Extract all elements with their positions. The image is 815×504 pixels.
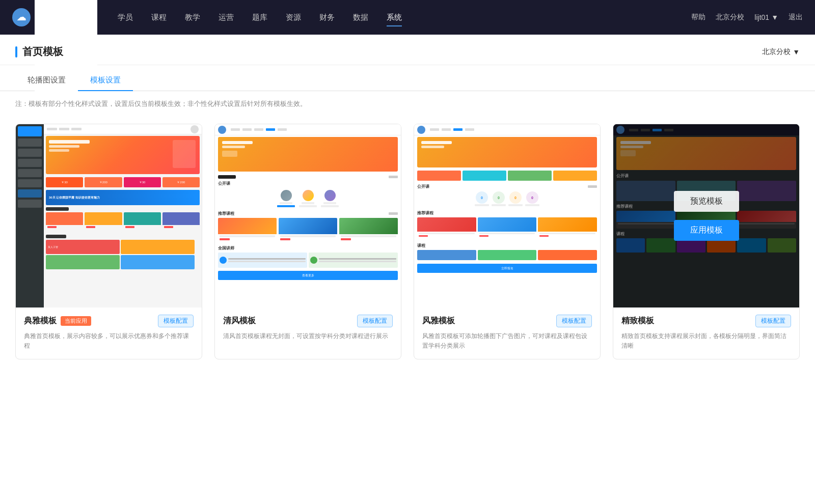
branch-selector[interactable]: 北京分校 ▼ [762, 47, 800, 57]
nav-system[interactable]: 系统 [387, 11, 402, 24]
tab-template[interactable]: 模板设置 [78, 70, 133, 91]
template-desc-3: 风雅首页模板可添加轮播图下广告图片，可对课程及课程包设置学科分类展示 [422, 331, 592, 351]
template-name-4: 精致模板 [621, 316, 654, 326]
nav-operations[interactable]: 运营 [219, 11, 234, 24]
nav-data[interactable]: 数据 [353, 11, 368, 24]
template-info-3: 风雅模板 模板配置 风雅首页模板可添加轮播图下广告图片，可对课程及课程包设置学科… [414, 307, 600, 359]
nav-logout[interactable]: 退出 [789, 13, 803, 22]
main-content: 首页模板 北京分校 ▼ 轮播图设置 模板设置 注：模板有部分个性化样式设置，设置… [0, 35, 815, 504]
config-button-1[interactable]: 模板配置 [158, 315, 194, 327]
template-info-2: 清风模板 模板配置 清风首页模板课程无封面，可设置按学科分类对课程进行展示 [215, 307, 401, 349]
page-header: 首页模板 北京分校 ▼ [0, 35, 815, 65]
title-accent-bar [15, 46, 17, 58]
config-button-4[interactable]: 模板配置 [755, 315, 791, 327]
config-button-3[interactable]: 模板配置 [556, 315, 592, 327]
nav-user[interactable]: lijt01 ▼ [754, 13, 778, 21]
template-info-4: 精致模板 模板配置 精致首页模板支持课程展示封面，各模板分隔明显，界面简洁清晰 [613, 307, 799, 359]
template-preview-3[interactable]: 公开课 0 [414, 124, 600, 307]
template-preview-2[interactable]: 公开课 [215, 124, 401, 307]
template-name-row-4: 精致模板 模板配置 [621, 315, 791, 327]
page-title: 首页模板 [22, 45, 63, 59]
template-info-1: 典雅模板 当前应用 模板配置 典雅首页模板，展示内容较多，可以展示优惠券和多个推… [16, 307, 202, 359]
template-name-row-2: 清风模板 模板配置 [223, 315, 393, 327]
nav-branch[interactable]: 北京分校 [716, 13, 744, 22]
template-preview-1[interactable]: ￥30 ￥200 ￥30 [16, 124, 202, 307]
note-text: 注：模板有部分个性化样式设置，设置后仅当前模板生效；非个性化样式设置后针对所有模… [15, 100, 307, 107]
template-desc-2: 清风首页模板课程无封面，可设置按学科分类对课程进行展示 [223, 331, 393, 341]
tab-carousel[interactable]: 轮播图设置 [15, 70, 78, 91]
nav-finance[interactable]: 财务 [319, 11, 335, 24]
nav-menu: 学员 课程 教学 运营 题库 资源 财务 数据 系统 [118, 11, 692, 24]
templates-grid: ￥30 ￥200 ￥30 [0, 114, 815, 380]
navbar: ☁ 云朵课堂 教育机构一站 式服务云平台 学员 课程 教学 运营 题库 资源 财… [0, 0, 815, 35]
template-card-2: 公开课 [214, 124, 401, 359]
page-title-wrap: 首页模板 [15, 45, 63, 59]
sim-sidebar [16, 124, 44, 307]
nav-right: 帮助 北京分校 lijt01 ▼ 退出 [691, 13, 803, 22]
nav-teaching[interactable]: 教学 [185, 11, 200, 24]
template-desc-1: 典雅首页模板，展示内容较多，可以展示优惠券和多个推荐课程 [24, 331, 194, 351]
template-card-1: ￥30 ￥200 ￥30 [15, 124, 202, 359]
note-bar: 注：模板有部分个性化样式设置，设置后仅当前模板生效；非个性化样式设置后针对所有模… [0, 91, 815, 114]
template-preview-4[interactable]: 公开课 推荐课程 [613, 124, 799, 307]
logo-icon: ☁ [12, 8, 31, 26]
template-name-row-3: 风雅模板 模板配置 [422, 315, 592, 327]
nav-help[interactable]: 帮助 [691, 13, 705, 22]
template-card-4: 公开课 推荐课程 [613, 124, 800, 359]
nav-courses[interactable]: 课程 [151, 11, 167, 24]
chevron-down-icon: ▼ [793, 48, 800, 56]
template-desc-4: 精致首页模板支持课程展示封面，各模板分隔明显，界面简洁清晰 [621, 331, 791, 351]
chevron-down-icon: ▼ [771, 13, 778, 21]
current-badge-1: 当前应用 [61, 316, 91, 326]
preview-template-button-4[interactable]: 预览模板 [674, 191, 739, 212]
template-name-2: 清风模板 [223, 316, 256, 326]
branch-name: 北京分校 [762, 47, 791, 57]
template-overlay-4: 预览模板 应用模板 [613, 124, 799, 307]
nav-question-bank[interactable]: 题库 [252, 11, 267, 24]
template-card-3: 公开课 0 [414, 124, 601, 359]
tabs-bar: 轮播图设置 模板设置 [0, 70, 815, 91]
template-name-row-1: 典雅模板 当前应用 模板配置 [24, 315, 194, 327]
template-name-3: 风雅模板 [422, 316, 455, 326]
nav-students[interactable]: 学员 [118, 11, 133, 24]
nav-resources[interactable]: 资源 [286, 11, 301, 24]
sim-content: ￥30 ￥200 ￥30 [44, 124, 202, 307]
template-name-1: 典雅模板 [24, 316, 57, 326]
config-button-2[interactable]: 模板配置 [357, 315, 393, 327]
apply-template-button-4[interactable]: 应用模板 [674, 220, 739, 241]
